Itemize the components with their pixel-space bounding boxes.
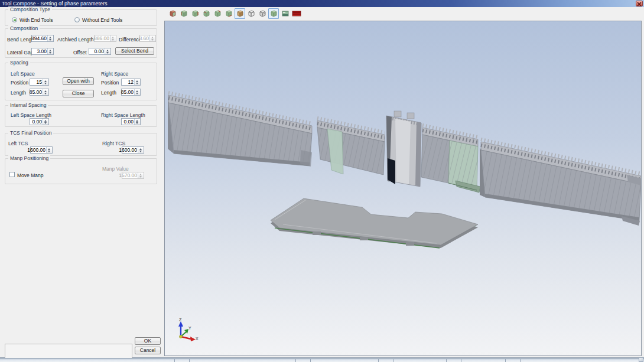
tool-bar-mid-left[interactable] (317, 118, 385, 175)
cube-wireframe-icon[interactable] (246, 8, 256, 19)
tcs-final-position-group: TCS Final Position Left TCS 1600.00 Righ… (5, 133, 157, 156)
tool-center-block[interactable] (386, 111, 421, 187)
internal-spacing-group: Internal Spacing Left Space Length 0.00 … (5, 105, 157, 127)
cube-green-5-icon[interactable] (223, 8, 234, 19)
block-red-hatched-icon[interactable] (291, 8, 302, 19)
lateral-gap-label: Lateral Gap (7, 50, 33, 56)
right-length-label: Length (101, 90, 116, 96)
resize-grip[interactable] (639, 357, 643, 362)
tooling-3d-scene: Z Y X (165, 21, 641, 356)
lateral-gap-spinner[interactable]: 3.00 (31, 48, 54, 55)
manp-value-label: Manp Value (102, 166, 129, 172)
manp-positioning-group: Manp Positioning Move Manp Manp Value 15… (5, 158, 157, 184)
left-position-spinner[interactable]: 15 (30, 79, 49, 86)
internal-spacing-title: Internal Spacing (8, 102, 48, 108)
plate-green-icon[interactable] (280, 8, 291, 19)
window-title: Tool Compose - Setting of phase paramete… (2, 1, 108, 6)
manp-positioning-title: Manp Positioning (8, 155, 50, 161)
cube-red-icon[interactable] (167, 8, 178, 19)
difference-spinner: 8.60 (139, 35, 156, 42)
axis-z-label: Z (179, 318, 182, 322)
left-length-label: Length (11, 90, 26, 96)
right-position-spinner[interactable]: 12 (121, 79, 141, 86)
close-button[interactable] (636, 1, 643, 6)
tool-bar-left[interactable] (168, 93, 312, 167)
without-end-tools-label: Without End Tools (82, 17, 122, 23)
composition-type-title: Composition Type (8, 6, 52, 12)
spacing-title: Spacing (8, 60, 30, 66)
close-tools-button[interactable]: Close (63, 90, 94, 97)
3d-viewport[interactable]: Z Y X (164, 21, 642, 356)
right-tcs-label: Right TCS (102, 141, 125, 146)
axis-x-label: X (196, 337, 199, 341)
archived-length-spinner: 886.00 (94, 35, 116, 42)
composition-group: Composition Bend Length 894.60 Archived … (5, 28, 157, 58)
left-tcs-spinner[interactable]: 1600.00 (30, 146, 53, 154)
view-toolbar (164, 7, 644, 21)
parameters-panel: Composition Type With End Tools Without … (0, 7, 164, 357)
titlebar[interactable]: Tool Compose - Setting of phase paramete… (0, 0, 644, 7)
archived-length-label: Archived Length (57, 37, 93, 43)
cube-green-1-icon[interactable] (178, 8, 189, 19)
taskbar-edge (0, 358, 644, 362)
tool-bar-mid-right[interactable] (421, 125, 480, 193)
tool-bar-right[interactable] (480, 139, 641, 226)
composition-title: Composition (8, 25, 40, 31)
composition-type-group: Composition Type With End Tools Without … (5, 9, 157, 26)
right-position-label: Position (101, 80, 119, 86)
left-space-length-label: Left Space Length (11, 112, 51, 118)
cube-wireframe-shaded-icon[interactable] (257, 8, 268, 19)
left-tcs-label: Left TCS (8, 141, 28, 146)
manp-value-spinner: 1570.00 (122, 172, 144, 179)
close-icon (637, 2, 642, 6)
right-space-length-label: Right Space Length (101, 112, 145, 118)
left-space-title: Left Space (11, 71, 35, 77)
cube-green-2-icon[interactable] (190, 8, 200, 19)
offset-spinner[interactable]: 0.00 (89, 48, 111, 55)
left-length-spinner[interactable]: 85.00 (30, 89, 49, 96)
cube-green-4-icon[interactable] (212, 8, 223, 19)
screen: Tool Compose - Setting of phase paramete… (0, 0, 644, 362)
left-position-label: Position (11, 80, 28, 86)
with-end-tools-radio[interactable] (12, 17, 17, 22)
right-length-spinner[interactable]: 85.00 (121, 89, 141, 96)
ok-button[interactable]: OK (135, 337, 161, 345)
axis-triad: Z Y X (178, 318, 199, 341)
left-space-length-spinner[interactable]: 0.00 (30, 118, 49, 125)
cube-green-solid-icon[interactable] (268, 8, 279, 19)
axis-y-label: Y (188, 326, 191, 330)
cube-tan-icon[interactable] (235, 8, 245, 19)
select-bend-button[interactable]: Select Bend (115, 47, 154, 55)
tcs-final-position-title: TCS Final Position (8, 130, 53, 136)
move-manp-checkbox[interactable] (9, 172, 15, 177)
right-space-title: Right Space (101, 71, 128, 77)
right-space-length-spinner[interactable]: 0.00 (121, 118, 141, 125)
difference-label: Difference (119, 37, 142, 43)
right-tcs-spinner[interactable]: 1600.00 (122, 146, 144, 154)
cancel-button[interactable]: Cancel (135, 347, 161, 354)
sheet-plate[interactable] (271, 198, 478, 248)
spacing-group: Spacing Left Space Position 15 Length 85… (5, 63, 157, 100)
without-end-tools-radio[interactable] (74, 17, 80, 22)
tool-compose-dialog: Tool Compose - Setting of phase paramete… (0, 0, 644, 358)
open-with-button[interactable]: Open with (63, 77, 94, 85)
cube-green-3-icon[interactable] (201, 8, 212, 19)
offset-label: Offset (73, 50, 87, 56)
with-end-tools-label: With End Tools (19, 17, 53, 23)
move-manp-label: Move Manp (17, 172, 43, 178)
bend-length-spinner[interactable]: 894.60 (31, 35, 54, 42)
